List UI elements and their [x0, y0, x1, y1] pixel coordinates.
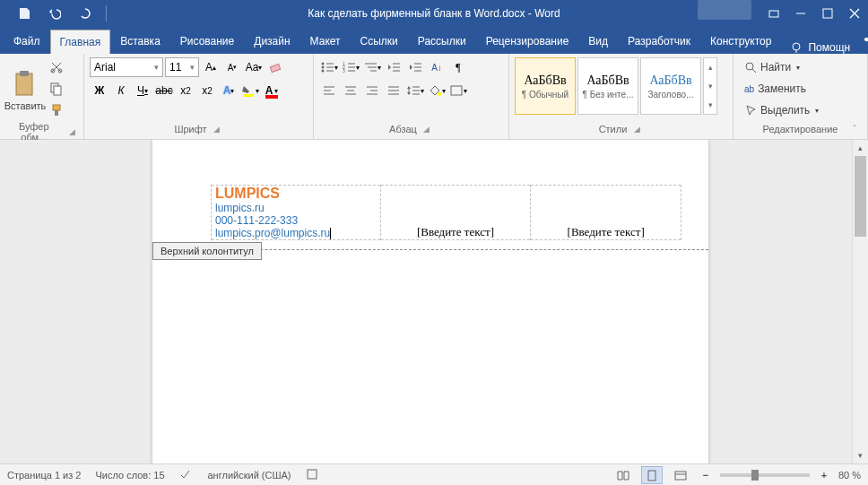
web-layout-button[interactable] [670, 466, 691, 484]
print-layout-button[interactable] [641, 466, 663, 484]
cut-button[interactable] [47, 57, 66, 77]
redo-button[interactable] [72, 0, 99, 27]
superscript-button[interactable]: x2 [197, 81, 217, 100]
tell-me-search[interactable]: Помощн [790, 41, 850, 54]
placeholder-text[interactable]: [Введите текст] [568, 225, 645, 238]
paragraph-launcher[interactable]: ◢ [421, 123, 433, 135]
scroll-thumb[interactable] [855, 156, 866, 237]
numbering-button[interactable]: 123▾ [341, 57, 360, 77]
gallery-more-button[interactable]: ▾ [704, 95, 716, 114]
gallery-scroll: ▴ ▾ ▾ [703, 57, 717, 115]
strikethrough-button[interactable]: abc [154, 81, 174, 100]
font-size-combo[interactable]: 11▾ [165, 57, 199, 77]
tab-draw[interactable]: Рисование [170, 29, 244, 54]
grow-font-button[interactable]: A▴ [201, 57, 221, 77]
bold-button[interactable]: Ж [90, 81, 109, 100]
underline-button[interactable]: Ч▾ [133, 81, 152, 100]
tab-constructor[interactable]: Конструктор [700, 29, 781, 54]
zoom-out-button[interactable]: − [699, 468, 713, 482]
font-name-value: Arial [94, 61, 116, 74]
save-button[interactable] [11, 0, 38, 27]
redo-icon [79, 7, 91, 20]
collapse-ribbon-button[interactable]: ˆ [846, 121, 863, 137]
align-center-button[interactable] [341, 81, 360, 100]
language-status[interactable]: английский (США) [208, 470, 291, 481]
show-marks-button[interactable]: ¶ [448, 57, 468, 77]
clear-format-button[interactable] [265, 57, 285, 77]
styles-launcher[interactable]: ◢ [630, 123, 643, 135]
increase-indent-button[interactable] [405, 57, 425, 77]
user-avatar[interactable] [698, 0, 751, 20]
placeholder-text[interactable]: [Введите текст] [417, 225, 494, 238]
zoom-thumb[interactable] [751, 470, 759, 481]
font-launcher[interactable]: ◢ [211, 123, 223, 135]
sort-button[interactable]: A↓ [427, 57, 447, 77]
tab-home[interactable]: Главная [50, 30, 111, 54]
style-heading[interactable]: АаБбВв Заголово... [640, 57, 701, 115]
macro-icon[interactable] [306, 468, 318, 482]
format-painter-button[interactable] [47, 100, 66, 120]
borders-button[interactable]: ▾ [448, 81, 468, 100]
copy-button[interactable] [47, 79, 66, 99]
select-button[interactable]: Выделить▾ [739, 100, 824, 120]
spellcheck-icon[interactable] [179, 468, 194, 482]
tab-insert[interactable]: Вставка [110, 29, 170, 54]
tab-file[interactable]: Файл [4, 29, 50, 54]
header-area[interactable]: LUMPICS lumpics.ru 000-111-222-333 lumpi… [152, 140, 708, 250]
gallery-down-button[interactable]: ▾ [704, 77, 716, 96]
tab-layout[interactable]: Макет [300, 29, 351, 54]
font-name-combo[interactable]: Arial▾ [90, 57, 163, 77]
maximize-button[interactable] [814, 0, 841, 27]
company-site[interactable]: lumpics.ru [215, 202, 377, 214]
subscript-button[interactable]: x2 [176, 81, 195, 100]
share-button[interactable] [850, 28, 868, 54]
page[interactable]: LUMPICS lumpics.ru 000-111-222-333 lumpi… [152, 140, 708, 463]
style-no-spacing[interactable]: АаБбВв ¶ Без инте... [577, 57, 638, 115]
undo-button[interactable] [41, 0, 68, 27]
scroll-down-button[interactable]: ▾ [853, 447, 868, 463]
font-color-button[interactable]: A▾ [262, 81, 282, 100]
vertical-scrollbar[interactable]: ▴ ▾ [852, 140, 868, 463]
scroll-up-button[interactable]: ▴ [853, 140, 868, 156]
bullets-button[interactable]: ▾ [319, 57, 339, 77]
tab-view[interactable]: Вид [578, 29, 618, 54]
minimize-button[interactable] [787, 0, 814, 27]
page-status[interactable]: Страница 1 из 2 [7, 470, 81, 481]
read-mode-button[interactable] [612, 466, 634, 484]
zoom-value[interactable]: 80 % [838, 470, 861, 481]
shading-button[interactable]: ▾ [427, 81, 447, 100]
paste-button[interactable]: Вставить [5, 57, 45, 124]
text-effects-button[interactable]: A▾ [219, 81, 239, 100]
clipboard-launcher[interactable]: ◢ [65, 126, 78, 138]
tab-review[interactable]: Рецензирование [476, 29, 579, 54]
company-email[interactable]: lumpics.pro@lumpics.ru [215, 227, 377, 239]
find-button[interactable]: Найти▾ [739, 57, 824, 77]
multilevel-button[interactable]: ▾ [362, 57, 382, 77]
word-count[interactable]: Число слов: 15 [95, 470, 164, 481]
highlight-button[interactable]: ▾ [240, 81, 260, 100]
style-preview: АаБбВв [649, 74, 691, 88]
company-name[interactable]: LUMPICS [215, 186, 377, 202]
style-normal[interactable]: АаБбВв ¶ Обычный [515, 57, 576, 115]
align-left-button[interactable] [319, 81, 339, 100]
zoom-in-button[interactable]: + [817, 468, 831, 482]
italic-button[interactable]: К [111, 81, 131, 100]
change-case-button[interactable]: Aa▾ [244, 57, 264, 77]
gallery-up-button[interactable]: ▴ [704, 58, 716, 77]
style-preview: АаБбВв [586, 74, 629, 88]
replace-button[interactable]: abЗаменить [739, 79, 824, 99]
line-spacing-button[interactable]: ▾ [405, 81, 425, 100]
shrink-font-button[interactable]: A▾ [222, 57, 242, 77]
tab-design[interactable]: Дизайн [244, 29, 299, 54]
justify-button[interactable] [384, 81, 404, 100]
tab-mailings[interactable]: Рассылки [408, 29, 476, 54]
tab-references[interactable]: Ссылки [351, 29, 408, 54]
ribbon-display-button[interactable] [760, 0, 787, 27]
align-right-button[interactable] [362, 81, 382, 100]
decrease-indent-button[interactable] [384, 57, 404, 77]
box-icon [768, 8, 779, 19]
zoom-slider[interactable] [720, 473, 810, 477]
company-phone[interactable]: 000-111-222-333 [215, 214, 377, 227]
tab-developer[interactable]: Разработчик [618, 29, 700, 54]
close-button[interactable] [841, 0, 868, 27]
